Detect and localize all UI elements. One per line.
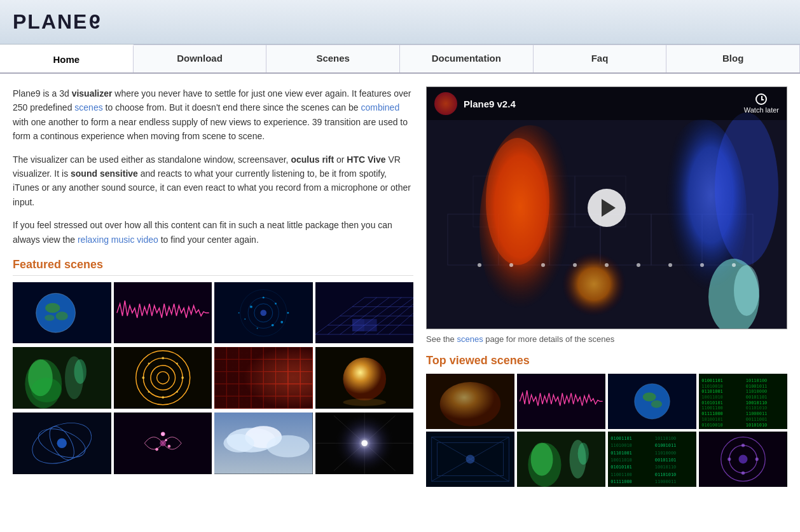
svg-text:00101101: 00101101 [746,395,767,400]
svg-point-21 [260,310,266,316]
nav-blog[interactable]: Blog [666,44,800,72]
scene-thumb-orange-circles[interactable] [114,347,212,409]
scenes-detail-link[interactable]: scenes [457,334,483,344]
svg-rect-156 [426,374,514,429]
scene-thumb-green-smoke[interactable] [13,347,111,409]
svg-point-127 [361,440,368,446]
scene-grid-row3 [13,413,413,474]
svg-text:01010101: 01010101 [701,400,722,406]
svg-point-115 [223,434,254,453]
top-thumb-4[interactable]: 01001101 11010010 01101001 10011010 0101… [699,374,787,429]
svg-point-150 [637,263,640,267]
scene-thumb-pink-spiral[interactable] [114,413,212,474]
svg-point-152 [700,263,704,267]
relaxing-video-link[interactable]: relaxing music video [78,235,158,245]
svg-rect-43 [114,347,212,409]
svg-point-148 [573,263,577,267]
header: PLANE9 [0,0,800,44]
video-title-bar: Plane9 v2.4 Watch later [427,87,787,120]
svg-point-99 [343,358,386,401]
svg-point-108 [167,445,170,447]
svg-point-189 [466,454,475,463]
scenes-page-note: See the scenes page for more details of … [426,334,787,344]
svg-text:11000011: 11000011 [746,411,767,416]
svg-point-214 [755,458,759,461]
svg-point-110 [165,439,167,441]
svg-text:11010000: 11010000 [746,389,767,394]
scenes-link-1[interactable]: scenes [74,102,102,113]
svg-text:10101010: 10101010 [746,423,767,428]
svg-text:01101001: 01101001 [610,450,631,455]
nav-faq[interactable]: Faq [534,44,667,72]
scene-thumb-red-wall[interactable] [214,347,313,409]
nav-download[interactable]: Download [134,44,267,72]
combined-link[interactable]: combined [361,102,399,113]
scene-thumb-gold-sphere[interactable] [315,347,414,409]
description-para1: Plane9 is a 3d visualizer where you neve… [13,86,413,144]
nav-home[interactable]: Home [0,44,134,72]
svg-text:01001011: 01001011 [655,443,676,448]
svg-point-55 [148,392,149,393]
svg-point-116 [266,435,310,458]
watch-later-button[interactable]: Watch later [744,93,779,114]
top-thumb-2[interactable] [517,374,605,429]
svg-point-105 [57,439,67,448]
svg-point-213 [741,444,745,447]
svg-point-14 [244,318,245,320]
featured-scenes-title: Featured scenes [13,258,413,276]
svg-point-100 [343,399,386,407]
top-thumb-3[interactable] [608,374,696,429]
scene-thumb-blue-rings[interactable] [13,413,111,474]
top-thumb-8[interactable] [699,432,787,487]
svg-point-20 [272,324,274,327]
svg-point-111 [160,440,166,446]
main-content: Plane9 is a 3d visualizer where you neve… [0,74,800,500]
nav-scenes[interactable]: Scenes [266,44,400,72]
site-logo[interactable]: PLANE9 [13,10,100,34]
svg-point-153 [732,263,736,267]
svg-text:11000011: 11000011 [655,479,676,484]
svg-point-192 [531,442,553,475]
svg-point-194 [578,442,589,465]
svg-text:01111000: 01111000 [610,479,631,484]
top-viewed-grid-row2: 01001101 11010010 01101001 10011010 0101… [426,432,787,487]
svg-point-48 [162,357,164,360]
svg-point-215 [741,471,745,474]
svg-point-149 [605,263,609,267]
svg-text:10110100: 10110100 [655,436,676,441]
svg-point-143 [734,265,759,316]
svg-point-160 [643,393,656,402]
top-thumb-7[interactable]: 01001101 11010010 01101001 10011010 0101… [608,432,696,487]
play-button[interactable] [588,189,626,227]
top-thumb-1[interactable] [426,374,514,429]
scene-grid-row1 [13,282,413,344]
svg-point-40 [31,378,62,403]
svg-text:01010101: 01010101 [610,465,631,470]
svg-point-49 [181,377,184,379]
top-viewed-title: Top viewed scenes [426,354,787,367]
svg-point-216 [728,458,731,461]
svg-text:11001100: 11001100 [610,472,631,477]
scene-thumb-waveform[interactable] [114,282,212,344]
scene-thumb-earth[interactable] [13,282,111,344]
description-para3: If you feel stressed out over how all th… [13,218,413,247]
svg-point-151 [668,263,672,267]
svg-point-42 [74,360,86,385]
svg-point-52 [176,363,178,365]
svg-point-146 [509,263,513,267]
nav-documentation[interactable]: Documentation [400,44,534,72]
svg-point-144 [562,252,626,316]
scene-thumb-particles[interactable] [214,282,313,344]
svg-text:10110100: 10110100 [746,378,767,383]
top-thumb-6[interactable] [517,432,605,487]
video-thumbnail[interactable]: Plane9 v2.4 Watch later [427,87,787,329]
scene-thumb-dark-burst[interactable] [315,413,414,474]
top-thumb-5[interactable] [426,432,514,487]
svg-point-4 [45,315,54,321]
svg-text:10010110: 10010110 [746,400,767,406]
svg-text:01001101: 01001101 [610,436,631,441]
svg-text:00101101: 00101101 [655,458,676,463]
scene-thumb-grid[interactable] [315,282,414,344]
svg-text:11010000: 11010000 [655,450,676,455]
scene-thumb-clouds[interactable] [214,413,313,474]
